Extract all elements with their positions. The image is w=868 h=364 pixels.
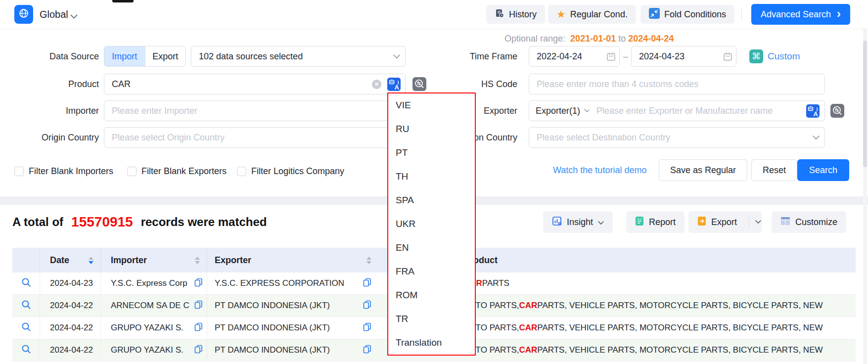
advanced-search-button[interactable]: Advanced Search › (751, 4, 850, 25)
optional-range-note: Optional range: 2021-01-01 to 2024-04-24 (504, 33, 674, 45)
exporter-type-value: Exporter(1) (529, 106, 580, 116)
history-label: History (509, 9, 537, 20)
chevron-right-icon: › (837, 9, 841, 18)
importer-name: ARNECOM SA DE C (111, 301, 189, 311)
menu-item-rom[interactable]: ROM (388, 283, 475, 307)
translate-language-menu: VIE RU PT TH SPA UKR EN FRA ROM TR Trans… (387, 92, 476, 356)
sort-date-control[interactable] (89, 257, 93, 264)
search-button[interactable]: Search (797, 159, 849, 181)
save-as-regular-button[interactable]: Save as Regular (659, 159, 747, 181)
fold-icon (649, 8, 660, 21)
hs-code-input[interactable] (529, 79, 824, 90)
menu-item-ru[interactable]: RU (388, 117, 475, 141)
menu-item-th[interactable]: TH (388, 165, 475, 188)
filter-blank-exporters-checkbox[interactable]: Filter Blank Exporters (127, 166, 227, 176)
clear-icon[interactable]: ✕ (372, 80, 381, 89)
time-frame-start-value: 2022-04-24 (529, 51, 602, 62)
filter-logistics-company-checkbox[interactable]: Filter Logitics Company (237, 166, 344, 176)
copy-icon[interactable] (363, 300, 371, 312)
product-highlight: CAR (519, 345, 537, 355)
sort-importer-control[interactable] (195, 257, 200, 264)
copy-icon[interactable] (194, 300, 203, 312)
copy-icon[interactable] (363, 322, 371, 334)
import-tab[interactable]: Import (104, 46, 145, 66)
top-bar: Global History ★ Regular Cond. Fold Cond… (0, 0, 868, 29)
fold-conditions-button[interactable]: Fold Conditions (640, 5, 734, 24)
filter-blank-importers-checkbox[interactable]: Filter Blank Importers (14, 166, 113, 176)
search-icon[interactable] (21, 322, 31, 334)
copy-icon[interactable] (194, 278, 203, 289)
menu-item-fra[interactable]: FRA (388, 260, 475, 283)
report-label: Report (649, 217, 676, 228)
menu-item-tr[interactable]: TR (388, 307, 475, 331)
hs-code-field (529, 74, 825, 94)
importer-input[interactable] (104, 106, 405, 116)
regular-cond-label: Regular Cond. (570, 9, 628, 20)
time-frame-start-input[interactable]: 2022-04-24 (529, 46, 620, 67)
row-detail-cell (12, 317, 40, 339)
search-icon[interactable] (21, 344, 31, 357)
globe-icon (18, 8, 29, 21)
copy-icon[interactable] (194, 345, 203, 356)
export-button[interactable]: Export (688, 211, 744, 233)
chevron-down-icon[interactable] (70, 12, 78, 21)
importer-field (104, 100, 406, 121)
export-more-button[interactable] (754, 220, 762, 224)
region-selector-label[interactable]: Global (40, 0, 68, 29)
origin-country-label: Origin Country (0, 127, 99, 148)
optional-range-label: Optional range: (504, 34, 565, 44)
date-cell: 2024-04-23 (40, 273, 101, 294)
origin-country-select[interactable]: Please select Origin Country (104, 127, 406, 148)
column-label: Date (50, 255, 69, 266)
menu-item-ukr[interactable]: UKR (388, 212, 475, 236)
copy-icon[interactable] (363, 278, 371, 289)
search-icon[interactable] (21, 300, 31, 312)
customize-button[interactable]: Customize (772, 211, 846, 233)
exporter-type-select[interactable]: Exporter(1) (529, 100, 590, 121)
data-sources-select[interactable]: 102 data sources selected (191, 46, 406, 67)
tutorial-demo-link[interactable]: Watch the tutorial demo (553, 159, 646, 181)
menu-item-translation[interactable]: Translation (388, 331, 475, 355)
origin-country-placeholder: Please select Origin Country (104, 133, 388, 143)
copy-icon[interactable] (363, 345, 371, 356)
translate-icon[interactable]: A (806, 104, 820, 118)
search-icon[interactable] (21, 277, 31, 290)
exporter-input[interactable] (589, 106, 824, 116)
exporter-name: PT DAMCO INDONESIA (JKT) (215, 345, 330, 355)
regular-cond-button[interactable]: ★ Regular Cond. (548, 5, 636, 24)
scrollbar-thumb[interactable] (863, 41, 867, 167)
app-logo[interactable] (14, 5, 33, 24)
reset-button[interactable]: Reset (751, 159, 797, 181)
history-button[interactable]: History (486, 5, 545, 24)
menu-item-spa[interactable]: SPA (388, 188, 475, 212)
data-source-toggle: Import Export (104, 46, 186, 67)
checkbox-icon (237, 167, 246, 176)
menu-item-vie[interactable]: VIE (388, 93, 475, 117)
exact-match-icon[interactable] (830, 104, 844, 118)
export-tab[interactable]: Export (145, 46, 186, 66)
custom-range-icon[interactable]: ⌘ (749, 49, 763, 63)
menu-item-pt[interactable]: PT (388, 141, 475, 165)
insight-label: Insight (567, 217, 593, 228)
destination-country-select[interactable]: Please select Destination Country (529, 127, 825, 148)
optional-range-start: 2021-01-01 (570, 34, 616, 44)
insight-button[interactable]: BI Insight (543, 211, 613, 233)
total-suffix: records were matched (141, 215, 267, 229)
product-highlight: CAR (519, 301, 537, 311)
chevron-down-icon (388, 54, 405, 59)
data-sources-value: 102 data sources selected (191, 51, 388, 62)
custom-range-link[interactable]: Custom (768, 46, 800, 67)
product-label: Product (0, 74, 99, 94)
report-button[interactable]: Report (626, 211, 685, 233)
optional-range-end: 2024-04-24 (628, 34, 674, 44)
exporter-cell: PT DAMCO INDONESIA (JKT) (207, 339, 396, 361)
time-frame-end-input[interactable]: 2024-04-23 (631, 46, 736, 67)
menu-item-en[interactable]: EN (388, 236, 475, 260)
copy-icon[interactable] (194, 322, 203, 334)
results-summary: A total of 15570915 records were matched (12, 211, 267, 233)
sort-exporter-control[interactable] (366, 257, 371, 264)
translate-icon[interactable]: A (387, 78, 401, 91)
row-detail-cell (12, 273, 40, 294)
importer-name: GRUPO YAZAKI S. (111, 345, 183, 355)
product-input[interactable] (104, 79, 405, 90)
